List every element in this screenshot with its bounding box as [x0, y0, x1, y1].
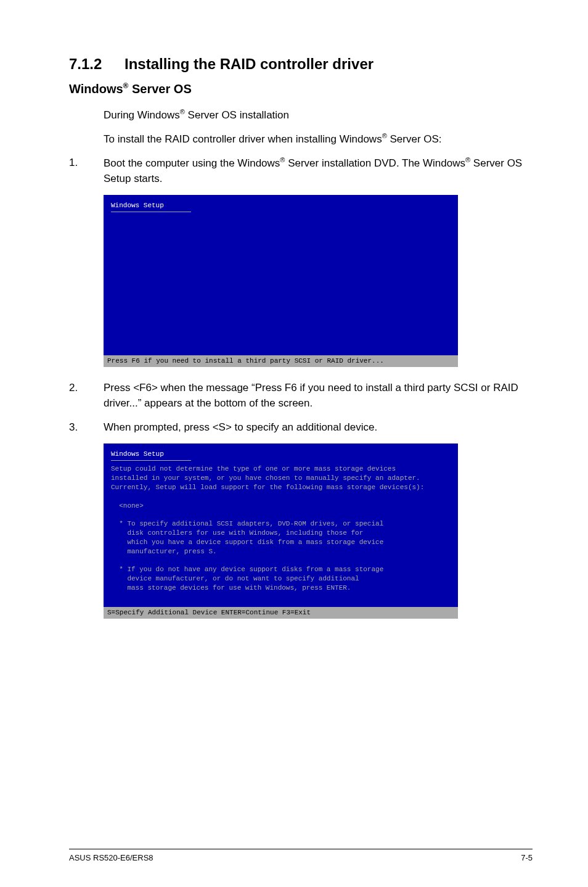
step-1: 1. Boot the computer using the Windows® … [69, 155, 533, 186]
step-1-number: 1. [69, 155, 104, 186]
step-2: 2. Press <F6> when the message “Press F6… [69, 381, 533, 411]
screenshot-1-title-underline [111, 212, 191, 212]
page-footer: ASUS RS520-E6/ERS8 7-5 [69, 849, 533, 862]
screenshot-1: Windows Setup Press F6 if you need to in… [104, 195, 458, 367]
screenshot-2-status: S=Specify Additional Device ENTER=Contin… [104, 607, 458, 619]
step1-t1: Boot the computer using the Windows [104, 157, 280, 169]
section-number: 7.1.2 [69, 56, 125, 73]
intro-line-2: To install the RAID controller driver wh… [104, 131, 533, 147]
step1-t2: Server installation DVD. The Windows [285, 157, 465, 169]
screenshot-1-status: Press F6 if you need to install a third … [104, 355, 458, 367]
step-2-text: Press <F6> when the message “Press F6 if… [104, 381, 533, 411]
footer-right: 7-5 [521, 853, 533, 862]
screenshot-2-title: Windows Setup [111, 450, 164, 460]
registered-mark: ® [465, 156, 470, 163]
registered-mark: ® [180, 108, 185, 115]
intro-line1-post: Server OS installation [185, 109, 289, 120]
subheading-suffix: Server OS [128, 82, 191, 96]
subsection-heading: Windows® Server OS [69, 81, 533, 96]
intro-line2-post: Server OS: [387, 133, 442, 145]
screenshot-2-body: Windows Setup Setup could not determine … [104, 444, 458, 607]
step-3: 3. When prompted, press <S> to specify a… [69, 420, 533, 435]
step-2-number: 2. [69, 381, 104, 411]
subheading-prefix: Windows [69, 82, 123, 96]
section-title: Installing the RAID controller driver [125, 56, 374, 72]
step-3-text: When prompted, press <S> to specify an a… [104, 420, 533, 435]
screenshot-2: Windows Setup Setup could not determine … [104, 444, 458, 619]
screenshot-1-title: Windows Setup [111, 201, 164, 212]
screenshot-1-body: Windows Setup [104, 195, 458, 355]
registered-mark: ® [382, 132, 387, 139]
footer-left: ASUS RS520-E6/ERS8 [69, 853, 153, 862]
screenshot-2-title-underline [111, 460, 191, 461]
intro-line1-pre: During Windows [104, 109, 180, 120]
step-1-text: Boot the computer using the Windows® Ser… [104, 155, 533, 186]
step-3-number: 3. [69, 420, 104, 435]
section-heading: 7.1.2Installing the RAID controller driv… [69, 56, 533, 73]
intro-line2-pre: To install the RAID controller driver wh… [104, 133, 382, 145]
intro-line-1: During Windows® Server OS installation [104, 107, 533, 123]
screenshot-2-content: Setup could not determine the type of on… [111, 464, 451, 602]
